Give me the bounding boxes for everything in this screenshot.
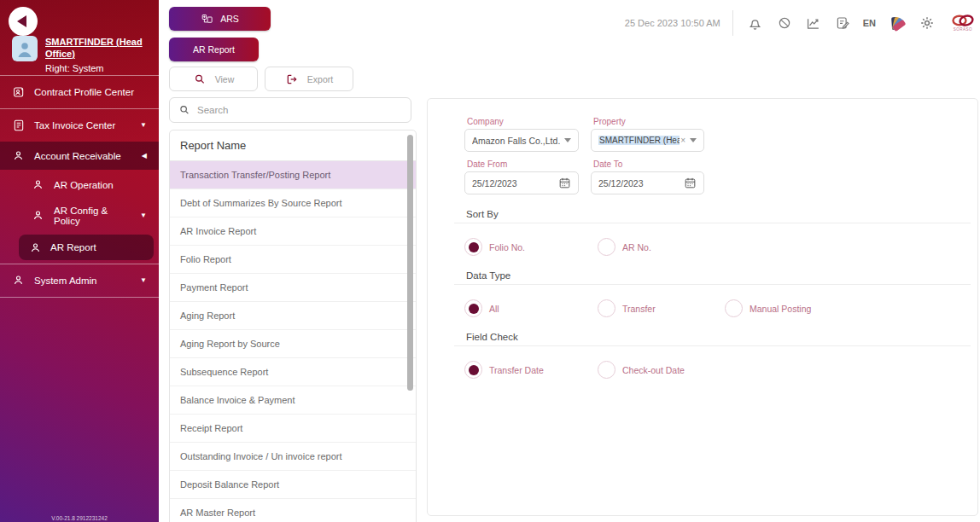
sidebar-item-ar-operation[interactable]: AR Operation [0,170,159,200]
radio-button[interactable] [464,299,482,317]
report-list-item[interactable]: AR Invoice Report [170,218,416,246]
sidebar-nav: Contract Profile Center Tax Invoice Cent… [0,75,159,298]
sidebar-item-label: Account Receivable [34,151,121,161]
report-list-item[interactable]: Deposit Balance Report [170,471,416,499]
radio-button[interactable] [598,361,615,379]
export-button[interactable]: Export [265,67,353,91]
radio-label: Manual Posting [750,304,811,314]
sidebar: SMARTFINDER (Head Office) Right: System … [0,0,159,522]
radio-label: AR No. [622,242,651,252]
chevron-down-icon [564,138,571,142]
date-range-row: Date From 25/12/2023 Date To 25/12/2023 [464,160,977,194]
chevron-left-icon: ◀ [142,153,147,160]
collapse-sidebar-button[interactable] [9,7,38,36]
radio-option[interactable]: Check-out Date [598,361,725,379]
company-dropdown[interactable]: Amazon Falls Co.,Ltd. ... [464,129,579,152]
report-list-item[interactable]: Payment Report [170,274,416,302]
sidebar-item-label: System Admin [34,276,97,286]
radio-button[interactable] [598,299,615,317]
data-type-options: All Transfer Manual Posting [464,299,977,317]
chevron-down-icon [690,138,697,142]
property-label: Property [593,117,704,126]
brand-name: SORASO [954,27,972,32]
radio-option[interactable]: Folio No. [464,238,598,256]
calendar-icon[interactable] [684,177,697,189]
radio-option[interactable]: Manual Posting [725,299,852,317]
app-version: V.00-21.8 2912231242 [0,515,159,521]
divider [0,297,159,298]
radio-button[interactable] [464,361,482,379]
data-type-title: Data Type [466,270,977,281]
report-list-header: Report Name [170,130,416,161]
radio-button[interactable] [598,238,615,256]
report-list-item[interactable]: Transaction Transfer/Posting Report [170,161,416,189]
edit-note-icon[interactable] [834,14,851,32]
brand-logo[interactable]: SORASO [951,14,975,32]
export-button-label: Export [307,74,333,84]
sidebar-item-label: AR Config & Policy [54,206,131,226]
sidebar-item-account-receivable[interactable]: Account Receivable ◀ [0,142,159,170]
report-list-item[interactable]: Folio Report [170,246,416,274]
report-list-item[interactable]: Aging Report [170,302,416,330]
divider [454,284,971,285]
tab-ar-report[interactable]: AR Report [169,38,259,61]
profile-block[interactable]: SMARTFINDER (Head Office) Right: System [12,36,152,73]
report-filter-panel: Company Amazon Falls Co.,Ltd. ... Proper… [427,98,978,516]
company-property-row: Company Amazon Falls Co.,Ltd. ... Proper… [464,117,977,152]
search-input[interactable] [197,105,402,115]
report-list-item[interactable]: Debt of Summarizes By Source Report [170,189,416,218]
sidebar-item-label: Tax Invoice Center [34,120,115,130]
remove-chip-icon[interactable]: × [680,136,685,145]
palette-fan [890,15,907,31]
sidebar-item-label: AR Report [50,242,96,252]
date-to-field[interactable]: 25/12/2023 [591,171,704,194]
date-from-value: 25/12/2023 [472,178,558,188]
date-from-field[interactable]: 25/12/2023 [464,171,579,194]
sidebar-item-system-admin[interactable]: System Admin ▼ [0,264,159,297]
person-icon [29,241,42,254]
sidebar-item-label: AR Operation [54,180,114,190]
company-label: Company [467,117,579,126]
view-button[interactable]: View [169,67,258,91]
sidebar-item-tax-invoice-center[interactable]: Tax Invoice Center ▼ [0,109,159,142]
avatar [12,36,38,61]
sidebar-item-label: Contract Profile Center [34,87,134,97]
radio-option[interactable]: Transfer Date [464,361,598,379]
report-list-item[interactable]: Balance Invoice & Payment [170,386,416,415]
block-icon[interactable] [776,14,793,32]
person-icon [32,178,45,192]
chevron-down-icon: ▼ [140,212,147,219]
calendar-icon[interactable] [558,177,571,189]
sidebar-item-ar-report-active[interactable]: AR Report [19,235,154,260]
report-list-item[interactable]: Outstanding Invoice / Un invoice report [170,443,416,471]
radio-label: Transfer [622,304,656,314]
radio-option[interactable]: Transfer [598,299,725,317]
list-scrollbar[interactable] [407,135,413,391]
radio-option[interactable]: AR No. [598,238,725,256]
field-check-title: Field Check [466,332,977,342]
search-icon [178,104,190,116]
property-dropdown[interactable]: SMARTFINDER (Head O × [591,129,704,152]
radio-button[interactable] [464,238,482,256]
report-list-item[interactable]: AR Master Report [170,499,416,522]
report-list-item[interactable]: Receipt Report [170,415,416,443]
language-selector[interactable]: EN [863,18,876,28]
radio-label: Check-out Date [622,365,685,375]
sidebar-item-ar-config-policy[interactable]: AR Config & Policy ▼ [0,200,159,231]
report-list: Transaction Transfer/Posting Report Debt… [170,161,416,522]
radio-label: Transfer Date [489,365,544,375]
settings-gear-icon[interactable] [919,14,936,32]
radio-button[interactable] [725,299,743,317]
radio-option[interactable]: All [464,299,598,317]
person-icon [12,274,26,287]
report-list-item[interactable]: Subsequence Report [170,358,416,386]
notifications-bell-icon[interactable] [747,14,764,32]
report-list-item[interactable]: Aging Report by Source [170,330,416,358]
radio-label: All [489,304,499,314]
tab-ars[interactable]: ARS [169,7,271,31]
sidebar-item-contract-profile-center[interactable]: Contract Profile Center [0,76,159,108]
chart-trend-icon[interactable] [805,14,822,32]
person-icon [12,149,26,163]
theme-palette-icon[interactable] [890,14,907,32]
report-list-panel: Report Name Transaction Transfer/Posting… [169,130,417,522]
